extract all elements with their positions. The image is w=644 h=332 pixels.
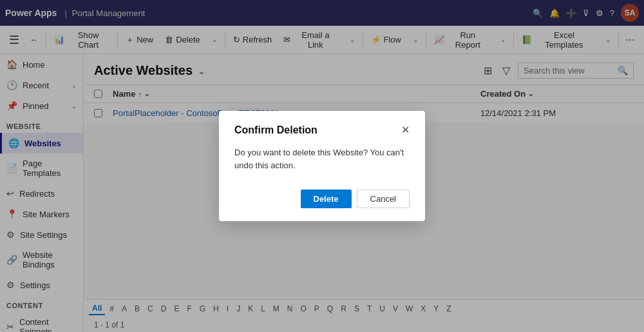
modal-header: Confirm Deletion ✕ [234,124,410,136]
confirm-deletion-dialog: Confirm Deletion ✕ Do you want to delete… [219,111,425,221]
modal-body: Do you want to delete this Website? You … [234,146,410,171]
modal-title: Confirm Deletion [234,124,317,136]
cancel-button[interactable]: Cancel [357,190,410,208]
modal-close-button[interactable]: ✕ [401,124,410,136]
confirm-delete-button[interactable]: Delete [301,190,352,208]
modal-footer: Delete Cancel [234,190,410,208]
modal-overlay: Confirm Deletion ✕ Do you want to delete… [0,0,644,332]
